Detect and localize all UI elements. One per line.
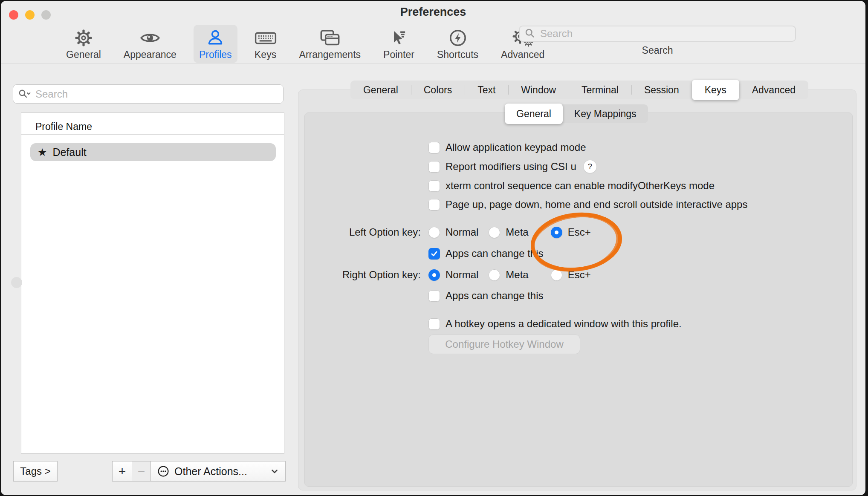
toolbar: General Appearance Profiles — [61, 25, 550, 63]
checkbox-row-scroll-outside[interactable]: Page up, page down, home and end scroll … — [428, 197, 747, 212]
configure-hotkey-window-button[interactable]: Configure Hotkey Window — [428, 335, 580, 354]
eye-icon — [139, 28, 161, 48]
section-divider — [323, 307, 832, 307]
checkbox-unchecked[interactable] — [428, 180, 440, 192]
checkbox-label: Page up, page down, home and end scroll … — [446, 199, 747, 211]
checkbox-label: xterm control sequence can enable modify… — [446, 180, 715, 192]
right-apps-can-change-row[interactable]: Apps can change this — [428, 288, 544, 303]
gear-icon — [74, 28, 93, 48]
toolbar-item-keys[interactable]: Keys — [249, 25, 282, 63]
remove-profile-button[interactable]: − — [132, 461, 151, 482]
ellipsis-circle-icon — [157, 465, 170, 478]
profile-name: Default — [52, 146, 86, 159]
cursor-icon — [389, 28, 408, 48]
tab-colors[interactable]: Colors — [411, 81, 465, 99]
person-icon — [206, 28, 225, 48]
profile-list-header: Profile Name — [21, 113, 284, 133]
left-option-key-label: Left Option key: — [315, 226, 421, 238]
titlebar: Preferences — [1, 1, 865, 23]
toolbar-item-pointer[interactable]: Pointer — [378, 25, 420, 63]
right-option-key-row: Right Option key: Normal Meta Esc+ — [315, 267, 591, 283]
checkbox-row-csi-u[interactable]: Report modifiers using CSI u ? — [428, 159, 596, 174]
pane-resize-dot[interactable] — [11, 277, 22, 288]
toolbar-item-profiles[interactable]: Profiles — [194, 25, 237, 63]
bolt-icon — [448, 28, 467, 48]
tab-text[interactable]: Text — [465, 81, 508, 99]
other-actions-dropdown[interactable]: Other Actions... — [151, 461, 286, 482]
chevron-down-icon — [270, 467, 279, 476]
profile-search-input[interactable]: Search — [13, 84, 284, 104]
tab-advanced[interactable]: Advanced — [739, 81, 808, 99]
keyboard-icon — [255, 28, 277, 48]
profile-search-placeholder: Search — [35, 88, 68, 100]
profile-row-default[interactable]: ★ Default — [30, 143, 276, 161]
help-button[interactable]: ? — [584, 160, 596, 173]
window-title: Preferences — [1, 6, 865, 19]
radio-unselected[interactable] — [551, 269, 562, 281]
section-divider — [323, 218, 832, 218]
windows-icon — [319, 28, 341, 48]
profile-list: Profile Name ★ Default — [21, 112, 284, 454]
toolbar-item-general[interactable]: General — [61, 25, 107, 63]
toolbar-search-label: Search — [519, 45, 796, 56]
search-filter-icon — [18, 89, 31, 100]
preferences-window: Preferences General Appearance — [1, 1, 865, 495]
checkbox-label: Apps can change this — [446, 290, 544, 302]
toolbar-search-placeholder: Search — [540, 28, 573, 40]
checkbox-row-modifyotherkeys[interactable]: xterm control sequence can enable modify… — [428, 179, 715, 193]
toolbar-item-appearance[interactable]: Appearance — [118, 25, 182, 63]
radio-left-normal[interactable]: Normal — [428, 226, 478, 238]
checkbox-row-keypad-mode[interactable]: Allow application keypad mode — [428, 140, 586, 155]
list-header-divider — [21, 134, 284, 135]
profile-section-tabs: General Colors Text Window Terminal Sess… — [350, 81, 808, 99]
keys-subtabs: General Key Mappings — [505, 104, 648, 123]
radio-right-normal[interactable]: Normal — [428, 269, 478, 281]
checkbox-unchecked[interactable] — [428, 161, 440, 173]
radio-right-esc[interactable]: Esc+ — [551, 269, 591, 281]
radio-left-meta[interactable]: Meta — [489, 226, 528, 238]
radio-right-meta[interactable]: Meta — [489, 269, 528, 281]
add-profile-button[interactable]: + — [112, 461, 132, 482]
toolbar-item-shortcuts[interactable]: Shortcuts — [431, 25, 484, 63]
radio-unselected[interactable] — [428, 227, 440, 238]
radio-unselected[interactable] — [489, 269, 500, 281]
checkbox-unchecked[interactable] — [428, 142, 440, 153]
checkbox-label: Allow application keypad mode — [446, 141, 586, 153]
search-icon — [525, 28, 536, 39]
left-apps-can-change-row[interactable]: Apps can change this — [428, 246, 544, 261]
other-actions-label: Other Actions... — [174, 465, 265, 478]
tab-general[interactable]: General — [350, 81, 411, 99]
checkbox-checked[interactable] — [428, 248, 440, 260]
checkmark-icon — [430, 250, 438, 258]
subtab-key-mappings[interactable]: Key Mappings — [563, 104, 648, 123]
checkbox-unchecked[interactable] — [428, 318, 440, 330]
checkbox-label: Report modifiers using CSI u — [446, 161, 576, 173]
radio-left-esc[interactable]: Esc+ — [551, 226, 591, 238]
tab-keys[interactable]: Keys — [692, 80, 739, 100]
tab-terminal[interactable]: Terminal — [569, 81, 631, 99]
radio-selected[interactable] — [428, 269, 440, 281]
toolbar-divider — [1, 63, 865, 63]
left-option-key-row: Left Option key: Normal Meta Esc+ — [315, 225, 591, 240]
subtab-general[interactable]: General — [505, 104, 563, 124]
toolbar-item-arrangements[interactable]: Arrangements — [294, 25, 366, 63]
tags-button[interactable]: Tags > — [13, 461, 58, 482]
checkbox-unchecked[interactable] — [428, 290, 440, 302]
radio-unselected[interactable] — [489, 227, 500, 238]
tab-window[interactable]: Window — [508, 81, 569, 99]
checkbox-unchecked[interactable] — [428, 199, 440, 211]
checkbox-label: A hotkey opens a dedicated window with t… — [446, 318, 682, 330]
right-option-key-label: Right Option key: — [315, 269, 421, 281]
toolbar-search-input[interactable]: Search — [519, 26, 796, 42]
hotkey-row[interactable]: A hotkey opens a dedicated window with t… — [428, 317, 682, 331]
checkbox-label: Apps can change this — [446, 248, 544, 260]
radio-selected[interactable] — [551, 227, 562, 238]
tab-session[interactable]: Session — [631, 81, 692, 99]
star-icon: ★ — [38, 147, 47, 158]
